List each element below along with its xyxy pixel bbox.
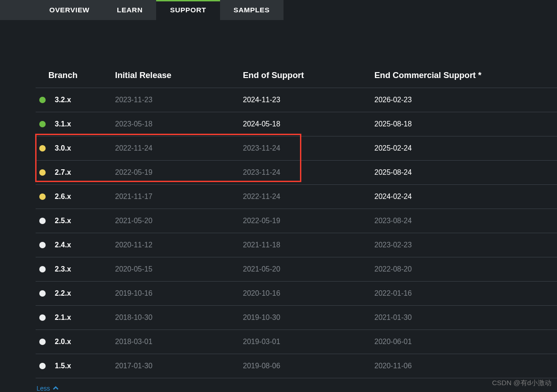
tab-learn[interactable]: LEARN <box>103 0 156 20</box>
initial-release-cell: 2021-11-17 <box>115 193 243 201</box>
branch-name[interactable]: 2.4.x <box>36 241 115 249</box>
initial-release-cell: 2017-01-30 <box>115 362 243 370</box>
end-of-support-cell: 2021-11-18 <box>243 241 374 249</box>
table-row: 2.1.x2018-10-302019-10-302021-01-30 <box>36 306 557 330</box>
support-table: Branch Initial Release End of Support En… <box>36 70 557 378</box>
table-row: 3.1.x2023-05-182024-05-182025-08-18 <box>36 112 557 136</box>
branch-name[interactable]: 2.0.x <box>36 338 115 346</box>
end-of-support-cell: 2022-05-19 <box>243 217 374 225</box>
end-commercial-support-cell: 2022-01-16 <box>374 289 557 298</box>
end-commercial-support-cell: 2025-08-18 <box>374 120 557 128</box>
th-ecs: End Commercial Support * <box>374 70 557 80</box>
less-toggle[interactable]: Less <box>37 385 58 392</box>
branch-name[interactable]: 3.2.x <box>36 96 115 104</box>
status-dot-icon <box>39 97 46 103</box>
status-dot-icon <box>39 169 46 176</box>
initial-release-cell: 2022-05-19 <box>115 168 243 177</box>
table-row: 2.3.x2020-05-152021-05-202022-08-20 <box>36 257 557 282</box>
tab-overview[interactable]: OVERVIEW <box>36 0 103 20</box>
end-commercial-support-cell: 2020-11-06 <box>374 362 557 370</box>
th-branch: Branch <box>36 70 115 80</box>
status-dot-icon <box>39 266 46 272</box>
end-of-support-cell: 2023-11-24 <box>243 144 374 152</box>
initial-release-cell: 2020-11-12 <box>115 241 243 249</box>
branch-name[interactable]: 2.6.x <box>36 193 115 201</box>
initial-release-cell: 2018-03-01 <box>115 338 243 346</box>
table-row: 3.2.x2023-11-232024-11-232026-02-23 <box>36 88 557 112</box>
status-dot-icon <box>39 121 46 127</box>
tabs-bar: OVERVIEW LEARN SUPPORT SAMPLES <box>36 0 284 20</box>
watermark-text: CSDN @有d小激动 <box>492 379 552 387</box>
th-initial: Initial Release <box>115 70 243 80</box>
branch-name[interactable]: 2.7.x <box>36 168 115 177</box>
end-commercial-support-cell: 2023-08-24 <box>374 217 557 225</box>
initial-release-cell: 2020-05-15 <box>115 265 243 273</box>
initial-release-cell: 2021-05-20 <box>115 217 243 225</box>
status-dot-icon <box>39 314 46 321</box>
end-commercial-support-cell: 2022-08-20 <box>374 265 557 273</box>
branch-name[interactable]: 2.5.x <box>36 217 115 225</box>
end-commercial-support-cell: 2025-08-24 <box>374 168 557 177</box>
initial-release-cell: 2019-10-16 <box>115 289 243 298</box>
table-row: 1.5.x2017-01-302019-08-062020-11-06 <box>36 354 557 378</box>
branch-name[interactable]: 3.1.x <box>36 120 115 128</box>
end-commercial-support-cell: 2024-02-24 <box>374 193 557 201</box>
table-row: 3.0.x2022-11-242023-11-242025-02-24 <box>36 136 557 161</box>
table-row: 2.4.x2020-11-122021-11-182023-02-23 <box>36 233 557 257</box>
chevron-up-icon <box>53 386 58 391</box>
end-commercial-support-cell: 2023-02-23 <box>374 241 557 249</box>
status-dot-icon <box>39 193 46 200</box>
end-commercial-support-cell: 2020-06-01 <box>374 338 557 346</box>
table-header-row: Branch Initial Release End of Support En… <box>36 70 557 88</box>
support-content: Branch Initial Release End of Support En… <box>0 20 557 392</box>
tab-samples[interactable]: SAMPLES <box>220 0 284 20</box>
branch-name[interactable]: 1.5.x <box>36 362 115 370</box>
table-row: 2.2.x2019-10-162020-10-162022-01-16 <box>36 282 557 306</box>
end-commercial-support-cell: 2026-02-23 <box>374 96 557 104</box>
end-of-support-cell: 2019-03-01 <box>243 338 374 346</box>
tab-support[interactable]: SUPPORT <box>156 0 220 20</box>
table-row: 2.0.x2018-03-012019-03-012020-06-01 <box>36 330 557 354</box>
end-of-support-cell: 2024-11-23 <box>243 96 374 104</box>
table-row: 2.5.x2021-05-202022-05-192023-08-24 <box>36 209 557 233</box>
end-of-support-cell: 2020-10-16 <box>243 289 374 298</box>
table-row: 2.6.x2021-11-172022-11-242024-02-24 <box>36 185 557 209</box>
branch-name[interactable]: 2.1.x <box>36 314 115 322</box>
branch-name[interactable]: 2.2.x <box>36 289 115 298</box>
th-eos: End of Support <box>243 70 374 80</box>
status-dot-icon <box>39 290 46 297</box>
status-dot-icon <box>39 339 46 345</box>
branch-name[interactable]: 3.0.x <box>36 144 115 152</box>
end-of-support-cell: 2022-11-24 <box>243 193 374 201</box>
end-of-support-cell: 2024-05-18 <box>243 120 374 128</box>
end-of-support-cell: 2021-05-20 <box>243 265 374 273</box>
end-commercial-support-cell: 2021-01-30 <box>374 314 557 322</box>
end-commercial-support-cell: 2025-02-24 <box>374 144 557 152</box>
initial-release-cell: 2022-11-24 <box>115 144 243 152</box>
initial-release-cell: 2018-10-30 <box>115 314 243 322</box>
less-label: Less <box>37 385 50 392</box>
initial-release-cell: 2023-11-23 <box>115 96 243 104</box>
initial-release-cell: 2023-05-18 <box>115 120 243 128</box>
end-of-support-cell: 2023-11-24 <box>243 168 374 177</box>
status-dot-icon <box>39 242 46 248</box>
status-dot-icon <box>39 218 46 224</box>
end-of-support-cell: 2019-08-06 <box>243 362 374 370</box>
branch-name[interactable]: 2.3.x <box>36 265 115 273</box>
table-row: 2.7.x2022-05-192023-11-242025-08-24 <box>36 161 557 185</box>
end-of-support-cell: 2019-10-30 <box>243 314 374 322</box>
status-dot-icon <box>39 363 46 369</box>
status-dot-icon <box>39 145 46 152</box>
